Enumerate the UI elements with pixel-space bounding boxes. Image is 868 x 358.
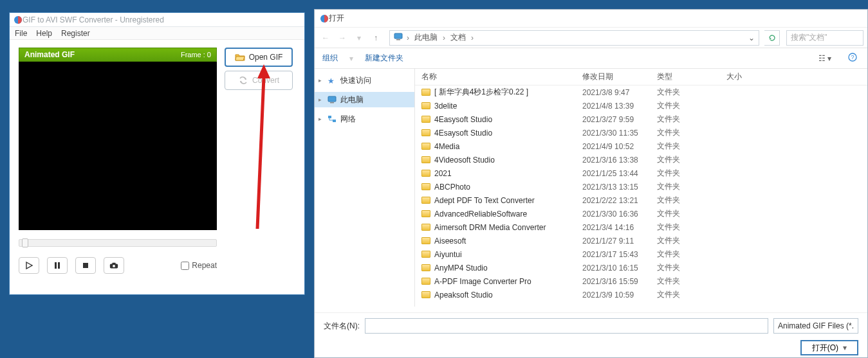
recent-dropdown[interactable]: ▾ — [352, 31, 366, 45]
refresh-icon — [768, 34, 776, 42]
file-type: 文件夹 — [657, 276, 726, 287]
sidebar-item-network[interactable]: ▸ 网络 — [315, 111, 414, 127]
frame-counter: Frame : 0 — [181, 51, 211, 58]
file-date: 2021/4/9 10:52 — [582, 142, 657, 151]
preview-title: Animated GIF — [24, 50, 75, 59]
newfolder-button[interactable]: 新建文件夹 — [365, 53, 403, 64]
file-name: ABCPhoto — [434, 183, 470, 192]
snapshot-button[interactable] — [104, 257, 124, 274]
folder-icon — [421, 237, 430, 244]
list-item[interactable]: Adept PDF To Text Converter2021/2/22 13:… — [415, 193, 867, 207]
list-item[interactable]: Aiseesoft2021/1/27 9:11文件夹 — [415, 234, 867, 247]
column-name[interactable]: 名称 — [415, 71, 582, 82]
file-date: 2021/3/17 15:43 — [582, 250, 657, 259]
folder-icon — [421, 156, 430, 163]
list-item[interactable]: A-PDF Image Converter Pro2021/3/16 15:59… — [415, 274, 867, 288]
sidebar-item-quickaccess[interactable]: ▸ ★ 快速访问 — [315, 73, 414, 88]
list-item[interactable]: Aiyuntui2021/3/17 15:43文件夹 — [415, 247, 867, 261]
folder-icon — [421, 264, 430, 271]
file-type: 文件夹 — [657, 262, 726, 273]
folder-icon — [421, 224, 430, 231]
list-item[interactable]: 4Esaysoft Studio2021/3/30 11:35文件夹 — [415, 126, 867, 139]
menu-register[interactable]: Register — [61, 29, 90, 38]
filetype-filter[interactable]: Animated GIF Files (*. — [773, 318, 858, 334]
repeat-input[interactable] — [181, 262, 189, 270]
convert-button[interactable]: Convert — [225, 71, 293, 90]
sidebar-item-thispc[interactable]: ▸ 此电脑 — [315, 92, 414, 107]
view-options-button[interactable]: ☷ ▾ — [816, 53, 834, 64]
file-name: Aimersoft DRM Media Converter — [434, 223, 546, 232]
list-item[interactable]: [ 新华字典4秒1步检字0.22 ]2021/3/8 9:47文件夹 — [415, 85, 867, 99]
folder-open-icon — [235, 53, 245, 62]
file-date: 2021/3/30 16:36 — [582, 210, 657, 219]
nav-toolbar: ← → ▾ ↑ › 此电脑 › 文档 › ⌄ 搜索"文档" — [315, 28, 867, 48]
pc-icon — [328, 96, 337, 103]
open-gif-label: Open GIF — [249, 53, 283, 62]
filename-input[interactable] — [365, 318, 768, 334]
file-name: Aiyuntui — [434, 250, 462, 259]
crumb-thispc[interactable]: 此电脑 — [413, 32, 439, 43]
file-date: 2021/3/8 9:47 — [582, 88, 657, 97]
folder-icon — [421, 102, 430, 109]
help-button[interactable]: ? — [845, 51, 860, 65]
folder-icon — [421, 129, 430, 136]
convert-icon — [238, 76, 248, 85]
file-name: 2021 — [434, 169, 452, 178]
forward-button[interactable]: → — [335, 31, 349, 45]
menu-help[interactable]: Help — [36, 29, 52, 38]
folder-icon — [421, 197, 430, 204]
split-dropdown-icon: ▾ — [843, 343, 847, 352]
file-name: Adept PDF To Text Converter — [434, 196, 535, 205]
list-item[interactable]: Aimersoft DRM Media Converter2021/3/4 14… — [415, 220, 867, 234]
play-button[interactable] — [19, 257, 39, 274]
file-date: 2021/3/9 10:59 — [582, 291, 657, 300]
column-size[interactable]: 大小 — [726, 71, 778, 82]
file-name: Aiseesoft — [434, 237, 466, 246]
file-list[interactable]: [ 新华字典4秒1步检字0.22 ]2021/3/8 9:47文件夹3delit… — [415, 85, 867, 304]
open-titlebar[interactable]: 打开 — [315, 10, 867, 28]
list-item[interactable]: 4Media2021/4/9 10:52文件夹 — [415, 139, 867, 153]
menu-file[interactable]: File — [15, 29, 27, 38]
slider-thumb[interactable] — [22, 238, 28, 247]
chevron-right-icon: ▸ — [319, 116, 322, 122]
column-date[interactable]: 修改日期 — [582, 71, 657, 82]
convert-label: Convert — [252, 76, 279, 85]
file-name: Apeaksoft Studio — [434, 291, 493, 300]
dialog-footer: 文件名(N): Animated GIF Files (*. 打开(O) ▾ — [315, 312, 867, 357]
address-bar[interactable]: › 此电脑 › 文档 › ⌄ — [389, 30, 759, 46]
search-placeholder: 搜索"文档" — [791, 32, 827, 43]
list-item[interactable]: AdvancedReliableSoftware2021/3/30 16:36文… — [415, 207, 867, 220]
list-item[interactable]: AnyMP4 Studio2021/3/10 16:15文件夹 — [415, 261, 867, 274]
file-type: 文件夹 — [657, 208, 726, 219]
search-input[interactable]: 搜索"文档" — [786, 30, 863, 46]
repeat-label: Repeat — [192, 261, 217, 270]
column-type[interactable]: 类型 — [657, 71, 726, 82]
file-type: 文件夹 — [657, 222, 726, 233]
open-button[interactable]: 打开(O) ▾ — [800, 340, 858, 355]
list-item[interactable]: 20212021/1/25 13:44文件夹 — [415, 166, 867, 180]
svg-rect-2 — [83, 263, 88, 268]
converter-titlebar[interactable]: GIF to AVI SWF Converter - Unregistered — [10, 13, 304, 27]
list-item[interactable]: Apeaksoft Studio2021/3/9 10:59文件夹 — [415, 288, 867, 301]
open-gif-button[interactable]: Open GIF — [225, 48, 293, 67]
dialog-toolbar: 组织 ▾ 新建文件夹 ☷ ▾ ? — [315, 48, 867, 69]
file-type: 文件夹 — [657, 181, 726, 192]
address-dropdown-icon[interactable]: ⌄ — [748, 33, 755, 42]
list-item[interactable]: 4Videosoft Studio2021/3/16 13:38文件夹 — [415, 153, 867, 166]
frame-slider[interactable] — [19, 239, 217, 247]
stop-button[interactable] — [75, 257, 96, 274]
list-item[interactable]: 4Easysoft Studio2021/3/27 9:59文件夹 — [415, 112, 867, 126]
up-button[interactable]: ↑ — [369, 31, 383, 45]
converter-title: GIF to AVI SWF Converter - Unregistered — [23, 15, 164, 24]
folder-icon — [421, 251, 430, 258]
list-item[interactable]: ABCPhoto2021/3/13 13:15文件夹 — [415, 180, 867, 193]
repeat-checkbox[interactable]: Repeat — [181, 261, 217, 270]
column-header-row: 名称 修改日期 类型 大小 — [415, 69, 867, 85]
crumb-documents[interactable]: 文档 — [449, 32, 467, 43]
preview-area — [19, 62, 217, 230]
list-item[interactable]: 3delite2021/4/8 13:39文件夹 — [415, 99, 867, 112]
back-button[interactable]: ← — [319, 31, 333, 45]
refresh-button[interactable] — [764, 30, 780, 46]
organize-button[interactable]: 组织 — [322, 53, 338, 64]
pause-button[interactable] — [47, 257, 68, 274]
